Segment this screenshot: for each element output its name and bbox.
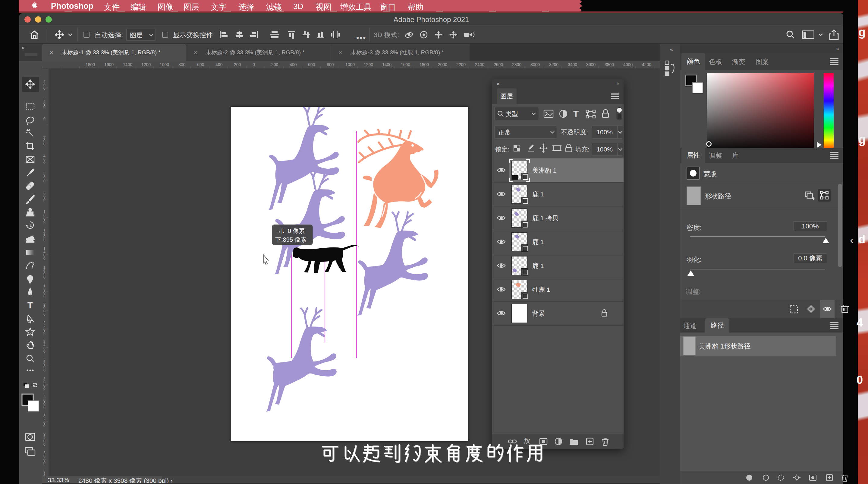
svg-text:1600: 1600 <box>43 265 45 279</box>
svg-text:2000: 2000 <box>43 302 45 316</box>
svg-text:2400: 2400 <box>43 339 45 354</box>
svg-text:3400: 3400 <box>43 432 45 447</box>
svg-text:3600: 3600 <box>43 451 45 465</box>
svg-text:800: 800 <box>43 191 45 202</box>
svg-text:2600: 2600 <box>43 358 45 372</box>
svg-text:2200: 2200 <box>43 321 45 335</box>
svg-text:2800: 2800 <box>43 377 45 391</box>
svg-text:1400: 1400 <box>43 247 45 261</box>
svg-text:400: 400 <box>43 154 45 165</box>
svg-text:200: 200 <box>43 98 45 109</box>
svg-text:200: 200 <box>43 136 45 146</box>
svg-text:1800: 1800 <box>43 284 45 298</box>
svg-text:T: T <box>573 109 579 119</box>
svg-text:380: 380 <box>43 469 45 476</box>
svg-text:3200: 3200 <box>43 414 45 428</box>
svg-text:1000: 1000 <box>43 210 45 224</box>
svg-text:T: T <box>27 300 33 310</box>
svg-text:0: 0 <box>43 117 45 121</box>
svg-text:400: 400 <box>43 80 45 90</box>
svg-text:3000: 3000 <box>43 395 45 409</box>
svg-text:600: 600 <box>43 172 45 183</box>
svg-text:1200: 1200 <box>43 228 45 242</box>
